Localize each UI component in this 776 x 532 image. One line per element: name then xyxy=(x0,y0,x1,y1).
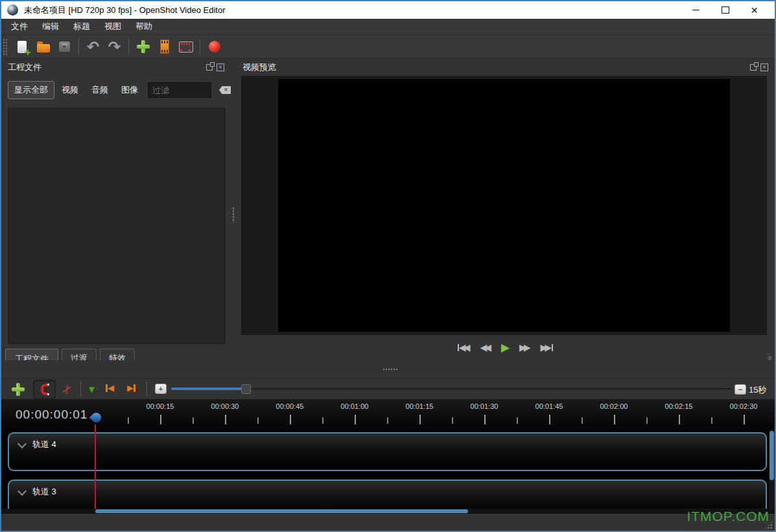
scrollbar-thumb[interactable] xyxy=(770,431,774,480)
maximize-icon xyxy=(722,6,729,14)
toolbar-separator xyxy=(128,39,129,54)
slider-handle[interactable] xyxy=(241,384,251,394)
slider-track xyxy=(171,388,730,389)
previous-marker-icon xyxy=(108,384,114,392)
project-files-list[interactable] xyxy=(8,108,226,344)
undo-icon xyxy=(87,40,99,54)
panel-close-icon[interactable] xyxy=(760,64,768,71)
rewind-icon xyxy=(480,343,491,352)
open-project-button[interactable] xyxy=(32,37,54,57)
maximize-button[interactable] xyxy=(711,1,740,19)
undo-button[interactable] xyxy=(82,37,104,57)
save-icon xyxy=(59,41,70,52)
add-marker-button[interactable] xyxy=(87,384,97,395)
close-icon xyxy=(751,4,758,16)
vertical-splitter[interactable] xyxy=(231,59,236,347)
preview-panel-title: 视频预览 xyxy=(242,62,276,73)
chevron-down-icon[interactable] xyxy=(18,439,27,448)
tracks-vertical-scrollbar[interactable] xyxy=(769,430,775,509)
slider-fill xyxy=(171,387,246,390)
save-project-button[interactable] xyxy=(54,37,75,57)
zoom-in-button[interactable] xyxy=(155,384,167,394)
transport-controls xyxy=(236,338,775,356)
menubar: 文件 编辑 标题 视图 帮助 xyxy=(1,19,775,35)
window-title: 未命名项目 [HD 720p 30 fps] - OpenShot Video … xyxy=(24,5,225,16)
choose-profile-button[interactable] xyxy=(154,37,175,57)
jump-end-button[interactable] xyxy=(541,343,554,352)
filter-image[interactable]: 图像 xyxy=(115,82,144,98)
play-icon xyxy=(501,342,510,353)
play-button[interactable] xyxy=(501,342,510,353)
minimize-icon xyxy=(692,10,700,10)
main-toolbar xyxy=(1,35,775,59)
menu-view[interactable]: 视图 xyxy=(97,19,128,34)
menu-help[interactable]: 帮助 xyxy=(128,19,159,34)
snapping-toggle-button[interactable] xyxy=(33,380,56,399)
record-circle-icon xyxy=(209,41,220,52)
redo-button[interactable] xyxy=(104,37,125,57)
titlebar: 未命名项目 [HD 720p 30 fps] - OpenShot Video … xyxy=(1,1,775,19)
track-row[interactable]: 轨道 3 xyxy=(8,480,767,509)
ruler-label: 00:00:45 xyxy=(257,402,322,410)
panel-close-icon[interactable] xyxy=(217,64,224,71)
menu-edit[interactable]: 编辑 xyxy=(35,19,66,34)
timeline-tracks-area[interactable]: 轨道 4 轨道 3 xyxy=(1,430,775,509)
ruler-label: 00:02:15 xyxy=(646,402,711,410)
app-window: 未命名项目 [HD 720p 30 fps] - OpenShot Video … xyxy=(0,0,776,532)
export-video-button[interactable] xyxy=(175,37,196,57)
ruler-label: 00:01:45 xyxy=(517,402,582,410)
import-files-button[interactable] xyxy=(132,37,154,57)
clear-filter-button[interactable] xyxy=(219,86,231,94)
playhead-line xyxy=(95,424,96,509)
playhead-timestamp: 00:00:00:01 xyxy=(16,408,88,422)
new-project-button[interactable] xyxy=(11,37,32,57)
timeline-ruler[interactable]: 00:00:00:01 00:00:15 00:00:30 00:00:45 0… xyxy=(1,399,775,430)
marker-icon xyxy=(87,384,97,395)
timeline-horizontal-scrollbar[interactable] xyxy=(1,509,775,514)
ruler-label: 00:02:00 xyxy=(582,402,646,410)
open-folder-icon xyxy=(37,44,50,52)
statusbar: ITMOP.COM xyxy=(1,514,775,531)
project-panel-title: 工程文件 xyxy=(8,62,41,73)
openshot-logo-icon xyxy=(7,5,18,16)
panel-float-icon[interactable] xyxy=(750,64,757,71)
preview-panel-header: 视频预览 xyxy=(236,59,775,76)
film-profile-icon xyxy=(160,40,169,54)
video-letterbox xyxy=(241,76,767,335)
scissors-icon xyxy=(60,382,75,397)
minimize-button[interactable] xyxy=(681,1,711,19)
toolbar-drag-handle[interactable] xyxy=(3,38,8,55)
horizontal-splitter[interactable] xyxy=(1,360,775,378)
fast-forward-icon xyxy=(519,343,531,352)
jump-end-icon xyxy=(541,343,552,352)
filter-input[interactable] xyxy=(148,82,211,98)
rewind-button[interactable] xyxy=(480,343,491,352)
next-marker-button[interactable] xyxy=(127,384,135,392)
menu-file[interactable]: 文件 xyxy=(4,19,35,34)
record-button[interactable] xyxy=(204,37,225,57)
window-controls xyxy=(681,1,769,19)
filter-audio[interactable]: 音频 xyxy=(86,82,114,98)
video-preview-panel: 视频预览 xyxy=(236,59,775,360)
razor-tool-button[interactable] xyxy=(60,382,75,397)
zoom-out-button[interactable] xyxy=(735,384,746,395)
ruler-label: 00:00:30 xyxy=(193,402,257,410)
fast-forward-button[interactable] xyxy=(519,343,531,352)
timeline-zoom-slider[interactable] xyxy=(171,384,730,393)
video-frame[interactable] xyxy=(278,79,730,332)
scrollbar-thumb[interactable] xyxy=(95,509,468,513)
menu-title[interactable]: 标题 xyxy=(66,19,97,34)
timeline-toolbar: 15秒 xyxy=(1,378,775,399)
close-button[interactable] xyxy=(740,1,769,19)
track-row[interactable]: 轨道 4 xyxy=(8,432,767,471)
watermark-text: ITMOP.COM xyxy=(687,509,770,524)
panel-float-icon[interactable] xyxy=(206,64,213,71)
filter-show-all[interactable]: 显示全部 xyxy=(8,81,54,99)
filter-video[interactable]: 视频 xyxy=(56,82,84,98)
jump-start-button[interactable] xyxy=(458,343,471,352)
export-window-icon xyxy=(179,41,193,52)
splitter-handle-icon xyxy=(382,368,398,371)
zoom-scale-label: 15秒 xyxy=(749,384,766,396)
chevron-down-icon[interactable] xyxy=(18,486,27,495)
previous-marker-button[interactable] xyxy=(106,384,114,392)
